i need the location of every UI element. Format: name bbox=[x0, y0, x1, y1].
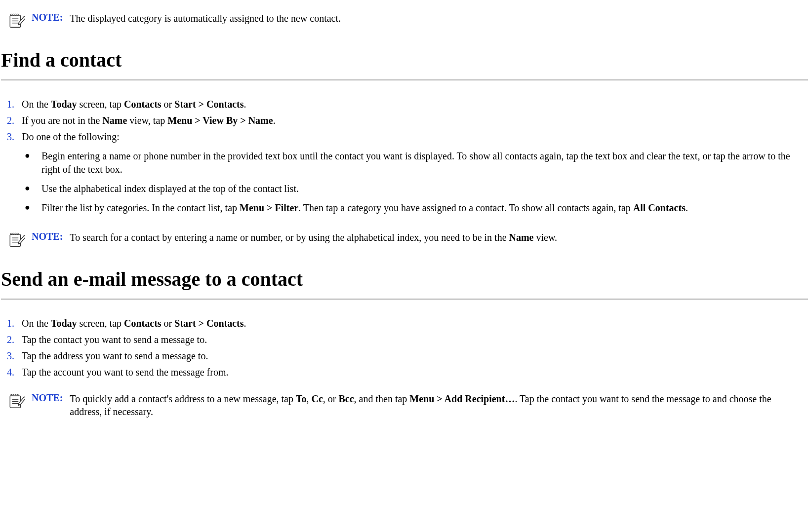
svg-point-4 bbox=[11, 14, 12, 15]
divider bbox=[1, 79, 808, 80]
step-number: 4. bbox=[5, 366, 22, 379]
notepad-icon bbox=[8, 392, 25, 409]
sub-body: Use the alphabetical index displayed at … bbox=[41, 182, 806, 195]
svg-point-17 bbox=[17, 233, 18, 234]
step-body: Do one of the following:●Begin entering … bbox=[22, 130, 806, 218]
sub-body: Begin entering a name or phone number in… bbox=[41, 150, 806, 176]
bullet-icon: ● bbox=[22, 182, 41, 194]
sub-item: ●Use the alphabetical index displayed at… bbox=[22, 179, 806, 198]
sub-list: ●Begin entering a name or phone number i… bbox=[22, 147, 806, 218]
svg-point-16 bbox=[15, 233, 16, 234]
step-body: On the Today screen, tap Contacts or Sta… bbox=[22, 317, 806, 330]
step-item: 2.Tap the contact you want to send a mes… bbox=[5, 332, 806, 348]
note-block: NOTE: The displayed category is automati… bbox=[8, 11, 803, 29]
svg-point-6 bbox=[15, 14, 16, 15]
step-number: 1. bbox=[5, 98, 22, 111]
note-text: To search for a contact by entering a na… bbox=[70, 230, 803, 244]
sub-item: ●Filter the list by categories. In the c… bbox=[22, 198, 806, 218]
notepad-icon bbox=[8, 231, 25, 248]
note-label: NOTE: bbox=[32, 391, 63, 404]
find-contact-steps: 1.On the Today screen, tap Contacts or S… bbox=[5, 96, 806, 219]
step-body: If you are not in the Name view, tap Men… bbox=[22, 114, 806, 127]
svg-point-25 bbox=[13, 394, 14, 396]
sub-body: Filter the list by categories. In the co… bbox=[41, 201, 806, 215]
step-item: 3.Do one of the following:●Begin enterin… bbox=[5, 129, 806, 219]
sub-item: ●Begin entering a name or phone number i… bbox=[22, 147, 806, 179]
svg-point-26 bbox=[15, 394, 16, 396]
step-body: Tap the contact you want to send a messa… bbox=[22, 333, 806, 346]
step-number: 3. bbox=[5, 349, 22, 363]
svg-point-15 bbox=[13, 233, 14, 234]
step-body: Tap the account you want to send the mes… bbox=[22, 366, 806, 379]
bullet-icon: ● bbox=[22, 150, 41, 161]
step-item: 1.On the Today screen, tap Contacts or S… bbox=[5, 315, 806, 332]
note-label: NOTE: bbox=[32, 11, 63, 23]
heading-find-contact: Find a contact bbox=[1, 48, 808, 72]
step-number: 2. bbox=[5, 333, 22, 346]
note-text: The displayed category is automatically … bbox=[70, 11, 803, 25]
step-item: 4.Tap the account you want to send the m… bbox=[5, 364, 806, 380]
svg-point-14 bbox=[11, 233, 12, 234]
step-item: 1.On the Today screen, tap Contacts or S… bbox=[5, 96, 806, 113]
svg-point-5 bbox=[13, 14, 14, 15]
divider bbox=[1, 299, 808, 300]
heading-send-email: Send an e-mail message to a contact bbox=[1, 267, 808, 291]
svg-point-7 bbox=[17, 14, 18, 15]
svg-point-27 bbox=[17, 394, 18, 396]
note-block: NOTE: To quickly add a contact's address… bbox=[8, 391, 803, 418]
step-body: Tap the address you want to send a messa… bbox=[22, 349, 806, 363]
step-number: 2. bbox=[5, 114, 22, 127]
note-text: To quickly add a contact's address to a … bbox=[70, 391, 803, 418]
note-label: NOTE: bbox=[32, 230, 63, 242]
step-item: 3.Tap the address you want to send a mes… bbox=[5, 348, 806, 364]
step-item: 2.If you are not in the Name view, tap M… bbox=[5, 113, 806, 129]
notepad-icon bbox=[8, 12, 25, 29]
step-body: On the Today screen, tap Contacts or Sta… bbox=[22, 98, 806, 111]
svg-point-24 bbox=[11, 394, 12, 396]
step-number: 3. bbox=[5, 130, 22, 144]
note-block: NOTE: To search for a contact by enterin… bbox=[8, 230, 803, 248]
send-email-steps: 1.On the Today screen, tap Contacts or S… bbox=[5, 315, 806, 380]
step-number: 1. bbox=[5, 317, 22, 330]
bullet-icon: ● bbox=[22, 201, 41, 213]
